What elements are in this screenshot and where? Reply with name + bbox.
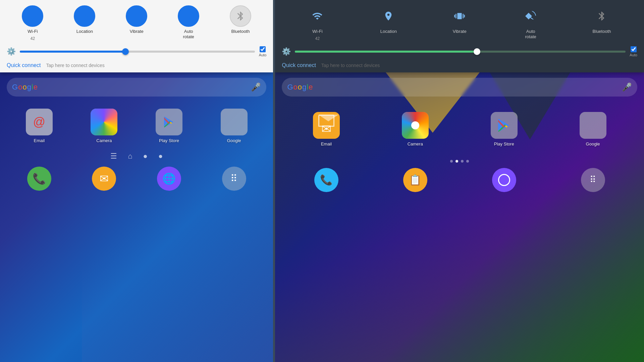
right-camera-icon xyxy=(402,112,429,139)
right-email-icon: ✉ xyxy=(313,112,340,139)
left-auto-label: Auto xyxy=(259,53,267,57)
left-dock: 📞 ✉ 🌐 ⠿ xyxy=(0,164,273,193)
left-toggle-wifi[interactable]: Wi-Fi 42 xyxy=(22,5,43,41)
left-playstore-icon xyxy=(156,109,182,135)
left-bluetooth-icon-circle xyxy=(230,5,251,27)
right-vibrate-label: Vibrate xyxy=(453,29,467,34)
right-playstore-label: Play Store xyxy=(494,141,514,146)
left-nav-menu-icon[interactable]: ☰ xyxy=(110,152,117,161)
right-app-email[interactable]: ✉ Email xyxy=(313,112,340,146)
left-mic-icon[interactable]: 🎤 xyxy=(251,82,261,92)
right-google-logo: Google xyxy=(287,83,622,92)
left-dock-phone[interactable]: 📞 xyxy=(27,167,51,191)
left-dock-apps[interactable]: ⠿ xyxy=(222,167,246,191)
r-google-e: e xyxy=(309,83,313,91)
left-brightness-thumb[interactable] xyxy=(122,48,129,55)
left-app-camera[interactable]: Camera xyxy=(91,109,117,143)
right-toggle-autorotate[interactable]: Autorotate xyxy=(520,5,541,41)
right-app-google[interactable]: Google xyxy=(580,112,606,146)
right-dock-phone[interactable]: 📞 xyxy=(314,168,338,192)
right-toggle-wifi[interactable]: Wi-Fi 42 xyxy=(307,5,328,41)
left-search-bar[interactable]: Google 🎤 xyxy=(7,78,266,97)
left-app-grid: @ Email Camera Pla xyxy=(0,103,273,148)
right-quick-connect-title: Quick connect xyxy=(282,62,316,68)
left-nav-dot1[interactable]: ● xyxy=(143,152,148,161)
right-dock-notes[interactable]: 📋 xyxy=(403,168,427,192)
location-icon xyxy=(79,11,90,21)
right-quick-connect[interactable]: Quick connect Tap here to connect device… xyxy=(282,61,637,68)
left-dock-browser[interactable]: 🌐 xyxy=(157,167,181,191)
left-autorotate-label: Autorotate xyxy=(183,29,194,39)
left-email-icon: @ xyxy=(26,109,53,135)
left-wifi-label: Wi-Fi xyxy=(28,29,38,34)
left-dock-email[interactable]: ✉ xyxy=(92,167,116,191)
left-google-label: Google xyxy=(227,138,241,143)
left-nav-dot2[interactable]: ● xyxy=(158,152,163,161)
left-toggle-autorotate[interactable]: Autorotate xyxy=(178,5,199,41)
right-toggle-location[interactable]: Location xyxy=(378,5,399,41)
right-auto-check[interactable] xyxy=(631,46,637,52)
right-dot-3[interactable] xyxy=(461,160,464,163)
right-dock: 📞 📋 ⠿ xyxy=(275,165,644,195)
left-toggle-bluetooth[interactable]: Bluetooth xyxy=(230,5,251,41)
left-camera-label: Camera xyxy=(96,138,112,143)
right-wifi-icon-circle xyxy=(307,5,328,27)
right-brightness-icon: ⚙️ xyxy=(282,47,291,56)
left-wifi-sublabel: 42 xyxy=(31,36,35,41)
right-app-grid: ✉ Email Camera xyxy=(275,107,644,152)
right-brightness-track[interactable] xyxy=(295,51,626,53)
r-google-o3: g xyxy=(302,83,307,91)
right-autorotate-icon xyxy=(525,11,536,21)
google-o3: g xyxy=(27,83,32,91)
right-app-camera[interactable]: Camera xyxy=(402,112,429,146)
left-google-logo: Google xyxy=(12,83,251,92)
left-location-label: Location xyxy=(76,29,93,34)
right-camera-label: Camera xyxy=(408,141,423,146)
left-bluetooth-label: Bluetooth xyxy=(231,29,250,34)
right-mic-icon[interactable]: 🎤 xyxy=(622,82,632,92)
r-google-o1: o xyxy=(293,83,298,91)
bluetooth-icon xyxy=(235,11,246,21)
right-page-dots xyxy=(275,157,644,165)
google-e: e xyxy=(34,83,38,91)
left-brightness-track[interactable] xyxy=(20,51,255,53)
left-location-icon-circle xyxy=(74,5,95,27)
left-quick-toggles: Wi-Fi 42 Location Vibrate xyxy=(7,5,266,41)
right-auto-checkbox[interactable]: Auto xyxy=(630,46,637,57)
left-toggle-vibrate[interactable]: Vibrate xyxy=(126,5,147,41)
left-nav-home-icon[interactable]: ⌂ xyxy=(128,152,132,161)
right-google-icon xyxy=(580,112,606,139)
left-auto-checkbox[interactable]: Auto xyxy=(259,46,267,57)
right-dot-2[interactable] xyxy=(455,160,458,163)
right-toggle-vibrate[interactable]: Vibrate xyxy=(449,5,470,41)
right-dock-apps[interactable]: ⠿ xyxy=(581,168,605,192)
left-app-email[interactable]: @ Email xyxy=(26,109,53,143)
left-brightness-fill xyxy=(20,51,125,53)
right-bluetooth-icon-circle xyxy=(591,5,612,27)
left-app-playstore[interactable]: Play Store xyxy=(156,109,182,143)
left-email-label: Email xyxy=(34,138,45,143)
right-app-playstore[interactable]: Play Store xyxy=(491,112,518,146)
right-quick-connect-subtitle: Tap here to connect devices xyxy=(321,63,380,68)
left-quick-connect[interactable]: Quick connect Tap here to connect device… xyxy=(7,61,266,68)
right-notification-drawer: Wi-Fi 42 Location Vibrate xyxy=(275,0,644,72)
autorotate-icon xyxy=(183,11,194,21)
right-dock-circle[interactable] xyxy=(492,168,516,192)
left-toggle-location[interactable]: Location xyxy=(74,5,95,41)
left-camera-icon xyxy=(91,109,117,135)
left-quick-connect-title: Quick connect xyxy=(7,62,41,68)
vibrate-icon xyxy=(131,11,142,21)
right-location-icon xyxy=(383,11,394,21)
left-app-google[interactable]: Google xyxy=(221,109,248,143)
right-toggle-bluetooth[interactable]: Bluetooth xyxy=(591,5,612,41)
right-dot-1[interactable] xyxy=(450,160,453,163)
right-brightness-thumb[interactable] xyxy=(474,48,480,55)
left-google-icon xyxy=(221,109,248,135)
right-dot-4[interactable] xyxy=(466,160,469,163)
left-playstore-label: Play Store xyxy=(159,138,179,143)
left-brightness-row: ⚙️ Auto xyxy=(7,46,266,57)
left-wifi-icon-circle xyxy=(22,5,43,27)
left-auto-check[interactable] xyxy=(260,46,266,52)
right-search-bar[interactable]: Google 🎤 xyxy=(282,78,637,97)
right-autorotate-label: Autorotate xyxy=(525,29,536,39)
